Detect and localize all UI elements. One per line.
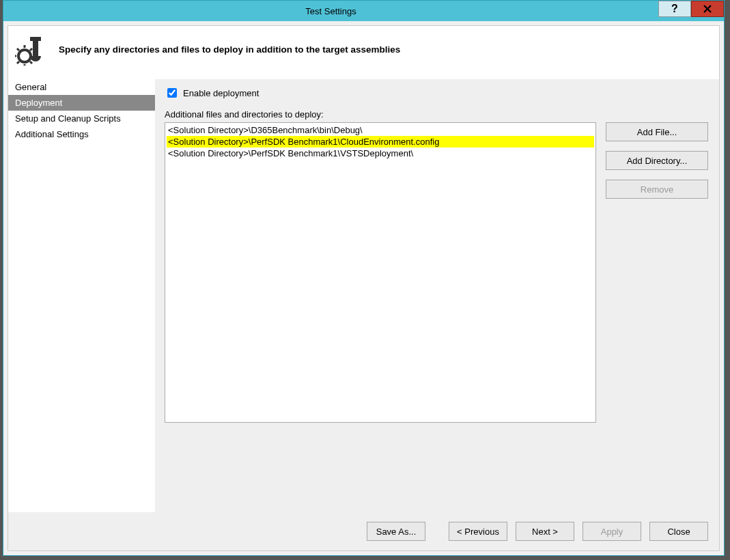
svg-line-8 [30,61,32,64]
svg-line-10 [30,48,32,51]
svg-line-7 [17,48,19,51]
sidebar-item-additional-settings[interactable]: Additional Settings [8,126,155,142]
help-button[interactable]: ? [658,1,691,17]
titlebar-buttons: ? [658,1,724,21]
list-item[interactable]: <Solution Directory>\PerfSDK Benchmark1\… [167,136,594,148]
previous-button[interactable]: < Previous [449,522,507,541]
close-window-button[interactable] [691,1,724,17]
dialog-footer: Save As... < Previous Next > Apply Close [8,512,719,550]
sidebar-item-deployment[interactable]: Deployment [8,95,155,111]
list-item[interactable]: <Solution Directory>\D365Benchmark\bin\D… [167,124,594,136]
main-panel: Enable deployment Additional files and d… [155,79,719,512]
sidebar-item-setup-cleanup[interactable]: Setup and Cleanup Scripts [8,111,155,126]
titlebar: Test Settings ? [3,1,724,21]
dialog-body: General Deployment Setup and Cleanup Scr… [8,79,719,512]
dialog-inner: Specify any directories and files to dep… [8,25,720,551]
next-button[interactable]: Next > [516,522,574,541]
files-row: <Solution Directory>\D365Benchmark\bin\D… [165,122,708,505]
window-title: Test Settings [3,6,658,16]
close-button[interactable]: Close [649,522,708,541]
apply-button: Apply [582,522,641,541]
spacer [434,522,440,541]
close-icon [703,4,712,14]
remove-button: Remove [606,180,708,199]
svg-point-2 [18,50,31,62]
dialog-header: Specify any directories and files to dep… [8,26,719,79]
add-directory-button[interactable]: Add Directory... [606,151,708,170]
svg-rect-0 [30,37,41,41]
files-listbox[interactable]: <Solution Directory>\D365Benchmark\bin\D… [165,122,596,423]
sidebar-item-general[interactable]: General [8,79,155,95]
enable-deployment-row[interactable]: Enable deployment [165,86,708,100]
add-file-button[interactable]: Add File... [606,122,708,141]
deploy-icon [15,33,48,66]
svg-line-9 [17,61,19,64]
enable-deployment-label: Enable deployment [183,88,259,98]
save-as-button[interactable]: Save As... [367,522,425,541]
sidebar: General Deployment Setup and Cleanup Scr… [8,79,155,512]
list-actions: Add File... Add Directory... Remove [606,122,708,505]
page-title: Specify any directories and files to dep… [59,44,400,55]
svg-rect-1 [33,41,38,56]
enable-deployment-checkbox[interactable] [167,88,177,98]
dialog-window: Test Settings ? [3,0,725,556]
list-item[interactable]: <Solution Directory>\PerfSDK Benchmark1\… [167,148,594,159]
files-list-label: Additional files and directories to depl… [165,109,708,120]
